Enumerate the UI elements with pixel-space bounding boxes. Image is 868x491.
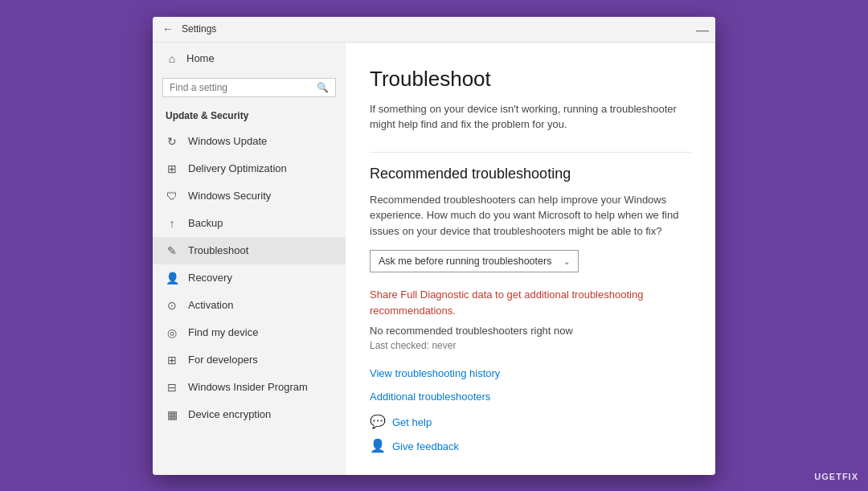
sidebar-item-delivery-optimization[interactable]: ⊞ Delivery Optimization xyxy=(153,155,346,182)
view-history-link[interactable]: View troubleshooting history xyxy=(370,367,691,379)
recovery-icon: 👤 xyxy=(166,272,178,284)
no-troubleshooters-status: No recommended troubleshooters right now xyxy=(370,325,691,337)
sidebar-label-backup: Backup xyxy=(188,217,223,229)
give-feedback-icon: 👤 xyxy=(370,438,386,454)
sidebar-label-windows-update: Windows Update xyxy=(188,135,267,147)
window-title: Settings xyxy=(182,23,216,35)
sidebar-label-windows-insider: Windows Insider Program xyxy=(188,381,308,393)
give-feedback-item[interactable]: 👤 Give feedback xyxy=(370,438,691,454)
sidebar-item-backup[interactable]: ↑ Backup xyxy=(153,210,346,237)
sidebar-label-device-encryption: Device encryption xyxy=(188,408,271,420)
title-bar-controls: — xyxy=(696,24,706,34)
sidebar-home-item[interactable]: ⌂ Home xyxy=(153,43,346,75)
recommended-section-title: Recommended troubleshooting xyxy=(370,166,691,182)
content-area: ⌂ Home 🔍 Update & Security ↻ Windows Upd… xyxy=(153,43,715,475)
sidebar-label-for-developers: For developers xyxy=(188,354,258,366)
search-icon: 🔍 xyxy=(317,82,329,93)
give-feedback-link[interactable]: Give feedback xyxy=(392,440,459,452)
troubleshoot-dropdown[interactable]: Ask me before running troubleshooters ⌄ xyxy=(370,250,579,272)
windows-insider-icon: ⊟ xyxy=(166,381,178,394)
device-encryption-icon: ▦ xyxy=(166,408,178,421)
back-button[interactable]: ← xyxy=(162,23,174,35)
search-box[interactable]: 🔍 xyxy=(162,78,336,97)
troubleshoot-icon: ✎ xyxy=(166,244,178,257)
page-subtitle: If something on your device isn't workin… xyxy=(370,101,691,133)
settings-window: ← Settings — ⌂ Home 🔍 Update & Security … xyxy=(153,17,715,475)
sidebar-label-activation: Activation xyxy=(188,299,233,311)
recommended-section-description: Recommended troubleshooters can help imp… xyxy=(370,192,691,239)
last-checked-status: Last checked: never xyxy=(370,340,691,351)
page-title: Troubleshoot xyxy=(370,67,691,92)
get-help-item[interactable]: 💬 Get help xyxy=(370,414,691,430)
title-bar: ← Settings — xyxy=(153,17,715,43)
main-content: Troubleshoot If something on your device… xyxy=(346,43,715,475)
chevron-down-icon: ⌄ xyxy=(563,257,570,266)
get-help-link[interactable]: Get help xyxy=(392,416,432,428)
minimize-button[interactable]: — xyxy=(696,24,706,34)
sidebar-item-activation[interactable]: ⊙ Activation xyxy=(153,292,346,319)
sidebar-label-troubleshoot: Troubleshoot xyxy=(188,244,248,256)
sidebar-item-recovery[interactable]: 👤 Recovery xyxy=(153,264,346,292)
sidebar-section-title: Update & Security xyxy=(153,107,346,128)
get-help-icon: 💬 xyxy=(370,414,386,430)
sidebar-item-find-my-device[interactable]: ◎ Find my device xyxy=(153,319,346,346)
delivery-optimization-icon: ⊞ xyxy=(166,162,178,175)
sidebar-item-windows-insider[interactable]: ⊟ Windows Insider Program xyxy=(153,374,346,401)
sidebar-item-windows-security[interactable]: 🛡 Windows Security xyxy=(153,182,346,210)
backup-icon: ↑ xyxy=(166,217,178,230)
sidebar-item-troubleshoot[interactable]: ✎ Troubleshoot xyxy=(153,237,346,264)
find-my-device-icon: ◎ xyxy=(166,326,178,339)
additional-troubleshooters-link[interactable]: Additional troubleshooters xyxy=(370,391,691,403)
sidebar-label-delivery-optimization: Delivery Optimization xyxy=(188,162,287,174)
sidebar-label-windows-security: Windows Security xyxy=(188,190,271,202)
sidebar-label-recovery: Recovery xyxy=(188,272,232,284)
watermark: UGETFIX xyxy=(814,472,858,481)
search-input[interactable] xyxy=(170,82,317,93)
sidebar-label-find-my-device: Find my device xyxy=(188,326,258,338)
sidebar: ⌂ Home 🔍 Update & Security ↻ Windows Upd… xyxy=(153,43,346,475)
windows-security-icon: 🛡 xyxy=(166,190,178,203)
windows-update-icon: ↻ xyxy=(166,135,178,148)
dropdown-value: Ask me before running troubleshooters xyxy=(379,256,551,267)
sidebar-item-for-developers[interactable]: ⊞ For developers xyxy=(153,346,346,374)
home-icon: ⌂ xyxy=(166,52,178,65)
sidebar-item-device-encryption[interactable]: ▦ Device encryption xyxy=(153,401,346,428)
divider-top xyxy=(370,152,691,153)
sidebar-item-windows-update[interactable]: ↻ Windows Update xyxy=(153,128,346,155)
share-diagnostic-link[interactable]: Share Full Diagnostic data to get additi… xyxy=(370,287,691,318)
home-label: Home xyxy=(186,52,215,64)
for-developers-icon: ⊞ xyxy=(166,354,178,366)
activation-icon: ⊙ xyxy=(166,299,178,312)
